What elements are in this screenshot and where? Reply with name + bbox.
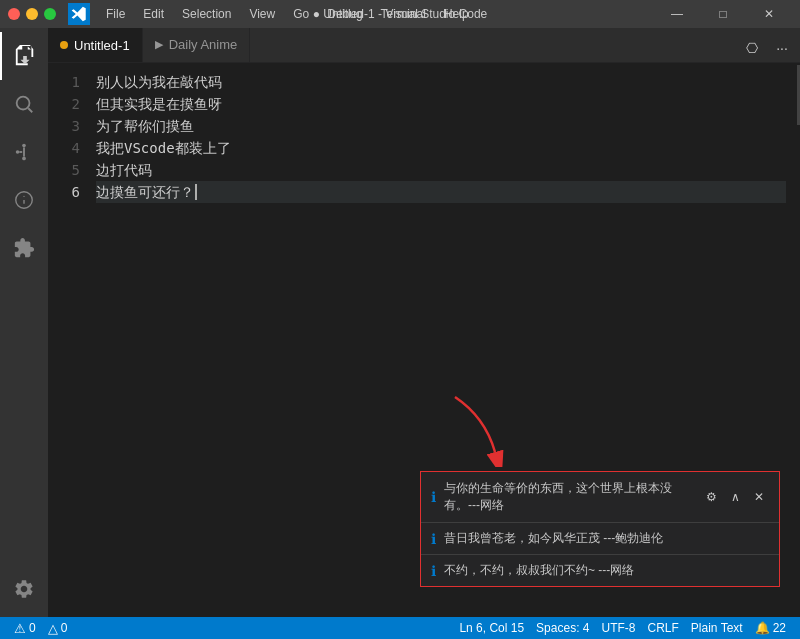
language-text: Plain Text	[691, 621, 743, 635]
encoding-text: UTF-8	[601, 621, 635, 635]
tab-label-untitled1: Untitled-1	[74, 38, 130, 53]
close-button[interactable]	[8, 8, 20, 20]
tab-modified-dot	[60, 41, 68, 49]
tabs-bar: Untitled-1 ▶ Daily Anime ⎔ ···	[48, 28, 800, 63]
notif-text-3: 不约，不约，叔叔我们不约~ ---网络	[444, 562, 634, 579]
vscode-logo	[68, 3, 90, 25]
debug-activity-icon[interactable]	[0, 176, 48, 224]
main-layout: Untitled-1 ▶ Daily Anime ⎔ ··· 1 2 3 4 5…	[0, 28, 800, 617]
code-line-3: 为了帮你们摸鱼	[96, 115, 786, 137]
text-cursor	[195, 184, 197, 200]
tab-icon-daily-anime: ▶	[155, 38, 163, 51]
titlebar: File Edit Selection View Go Debug Termin…	[0, 0, 800, 28]
line-num-1: 1	[48, 71, 80, 93]
status-right: Ln 6, Col 15 Spaces: 4 UTF-8 CRLF Plain …	[453, 617, 792, 639]
notif-close-button[interactable]: ✕	[749, 487, 769, 507]
error-count: 0	[29, 621, 36, 635]
code-line-4: 我把VScode都装上了	[96, 137, 786, 159]
tabs-right: ⎔ ···	[738, 34, 800, 62]
line-num-5: 5	[48, 159, 80, 181]
status-position[interactable]: Ln 6, Col 15	[453, 617, 530, 639]
notification-item-3: ℹ 不约，不约，叔叔我们不约~ ---网络	[421, 555, 779, 586]
spaces-text: Spaces: 4	[536, 621, 589, 635]
notif-actions: ⚙ ∧ ✕	[701, 487, 769, 507]
notif-settings-button[interactable]: ⚙	[701, 487, 721, 507]
status-notifications[interactable]: 🔔 22	[749, 617, 792, 639]
line-num-4: 4	[48, 137, 80, 159]
eol-text: CRLF	[647, 621, 678, 635]
status-language[interactable]: Plain Text	[685, 617, 749, 639]
notif-text-1: 与你的生命等价的东西，这个世界上根本没有。---网络	[444, 480, 693, 514]
menu-edit[interactable]: Edit	[135, 5, 172, 23]
notif-collapse-button[interactable]: ∧	[725, 487, 745, 507]
tab-untitled1[interactable]: Untitled-1	[48, 27, 143, 62]
line-num-3: 3	[48, 115, 80, 137]
maximize-button[interactable]	[44, 8, 56, 20]
window-title: ● Untitled-1 - Visual Studio Code	[313, 7, 487, 21]
minimize-window-button[interactable]: —	[654, 0, 700, 28]
warning-count: 0	[61, 621, 68, 635]
notif-text-2: 昔日我曾苍老，如今风华正茂 ---鲍勃迪伦	[444, 530, 663, 547]
notif-info-icon-1: ℹ	[431, 489, 436, 505]
svg-point-0	[17, 97, 30, 110]
warning-icon: △	[48, 621, 58, 636]
code-line-6: 边摸鱼可还行？	[96, 181, 786, 203]
status-left: ⚠ 0 △ 0	[8, 617, 73, 639]
notification-header: ℹ 与你的生命等价的东西，这个世界上根本没有。---网络 ⚙ ∧ ✕	[421, 472, 779, 523]
code-line-5: 边打代码	[96, 159, 786, 181]
editor-area: Untitled-1 ▶ Daily Anime ⎔ ··· 1 2 3 4 5…	[48, 28, 800, 617]
notification-item-2: ℹ 昔日我曾苍老，如今风华正茂 ---鲍勃迪伦	[421, 523, 779, 555]
activity-bar-bottom	[0, 565, 48, 617]
error-icon: ⚠	[14, 621, 26, 636]
status-bar: ⚠ 0 △ 0 Ln 6, Col 15 Spaces: 4 UTF-8 CRL…	[0, 617, 800, 639]
line-num-2: 2	[48, 93, 80, 115]
code-line-1: 别人以为我在敲代码	[96, 71, 786, 93]
explorer-activity-icon[interactable]	[0, 32, 48, 80]
menu-view[interactable]: View	[241, 5, 283, 23]
editor-content[interactable]: 1 2 3 4 5 6 别人以为我在敲代码 但其实我是在摸鱼呀 为了帮你们摸鱼 …	[48, 63, 800, 617]
notif-info-icon-2: ℹ	[431, 531, 436, 547]
notif-info-icon-3: ℹ	[431, 563, 436, 579]
close-window-button[interactable]: ✕	[746, 0, 792, 28]
line-numbers: 1 2 3 4 5 6	[48, 63, 88, 617]
menu-selection[interactable]: Selection	[174, 5, 239, 23]
line-num-6: 6	[48, 181, 80, 203]
scrollbar-track[interactable]	[786, 63, 800, 617]
titlebar-right: — □ ✕	[654, 0, 792, 28]
notification-panel: ℹ 与你的生命等价的东西，这个世界上根本没有。---网络 ⚙ ∧ ✕ ℹ 昔日我…	[420, 471, 780, 587]
status-eol[interactable]: CRLF	[641, 617, 684, 639]
status-errors[interactable]: ⚠ 0	[8, 617, 42, 639]
split-editor-icon[interactable]: ⎔	[738, 34, 766, 62]
status-spaces[interactable]: Spaces: 4	[530, 617, 595, 639]
status-encoding[interactable]: UTF-8	[595, 617, 641, 639]
code-line-2: 但其实我是在摸鱼呀	[96, 93, 786, 115]
svg-point-4	[16, 150, 20, 154]
more-actions-icon[interactable]: ···	[768, 34, 796, 62]
source-control-activity-icon[interactable]	[0, 128, 48, 176]
minimize-button[interactable]	[26, 8, 38, 20]
svg-line-1	[28, 108, 32, 112]
svg-point-3	[22, 157, 26, 161]
maximize-window-button[interactable]: □	[700, 0, 746, 28]
tab-daily-anime[interactable]: ▶ Daily Anime	[143, 27, 251, 62]
search-activity-icon[interactable]	[0, 80, 48, 128]
status-warnings[interactable]: △ 0	[42, 617, 74, 639]
window-controls	[8, 8, 56, 20]
notification-count: 22	[773, 621, 786, 635]
settings-activity-icon[interactable]	[0, 565, 48, 613]
svg-point-2	[22, 144, 26, 148]
activity-bar	[0, 28, 48, 617]
position-text: Ln 6, Col 15	[459, 621, 524, 635]
menu-file[interactable]: File	[98, 5, 133, 23]
bell-icon: 🔔	[755, 621, 770, 635]
extensions-activity-icon[interactable]	[0, 224, 48, 272]
tab-label-daily-anime: Daily Anime	[169, 37, 238, 52]
annotation-arrow	[435, 387, 515, 467]
